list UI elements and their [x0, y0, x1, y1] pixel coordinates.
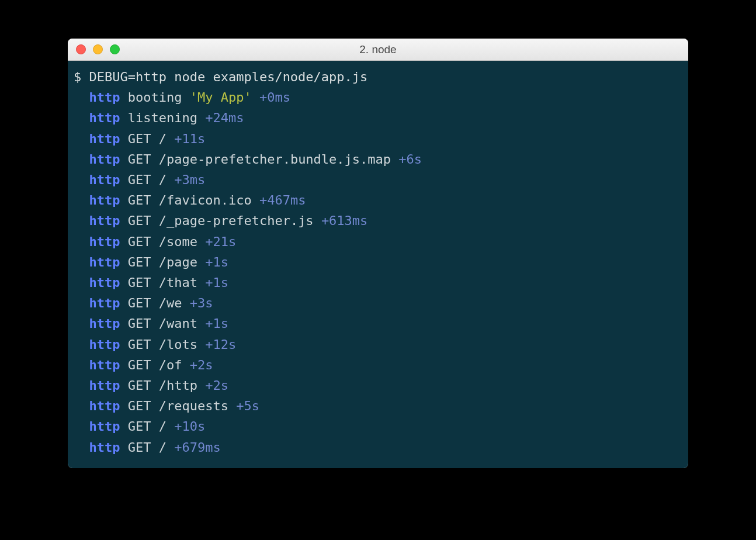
- log-indent: [74, 234, 89, 249]
- log-timing: +12s: [205, 337, 236, 352]
- log-tag: http: [89, 337, 120, 352]
- log-timing: +3s: [190, 296, 213, 310]
- log-line: http GET / +11s: [74, 129, 682, 149]
- log-line: http GET /of +2s: [74, 355, 682, 375]
- log-message: listening: [128, 110, 197, 125]
- log-message: GET /requests: [128, 399, 228, 413]
- log-line: http GET /favicon.ico +467ms: [74, 190, 682, 210]
- log-line: http GET / +679ms: [74, 437, 682, 458]
- log-indent: [74, 378, 89, 393]
- log-indent: [74, 213, 89, 228]
- log-tag: http: [89, 275, 120, 290]
- log-timing: +5s: [236, 399, 259, 413]
- log-line: http booting 'My App' +0ms: [74, 87, 682, 108]
- log-tag: http: [89, 419, 120, 434]
- log-indent: [74, 255, 89, 269]
- log-indent: [74, 316, 89, 331]
- log-indent: [74, 131, 89, 146]
- traffic-lights: [76, 44, 120, 54]
- prompt-line: $ DEBUG=http node examples/node/app.js: [74, 67, 682, 87]
- log-message: GET /: [128, 131, 167, 146]
- log-output: http booting 'My App' +0ms http listenin…: [74, 87, 682, 458]
- log-message: GET /favicon.ico: [128, 193, 252, 207]
- log-timing: +2s: [190, 358, 213, 372]
- log-line: http GET /that +1s: [74, 272, 682, 293]
- minimize-icon[interactable]: [93, 44, 103, 54]
- log-timing: +1s: [205, 275, 228, 290]
- log-tag: http: [89, 440, 120, 455]
- log-indent: [74, 193, 89, 207]
- log-timing: +467ms: [259, 193, 306, 207]
- log-line: http GET /_page-prefetcher.js +613ms: [74, 210, 682, 231]
- log-tag: http: [89, 172, 120, 187]
- log-line: http GET / +3ms: [74, 169, 682, 190]
- log-indent: [74, 358, 89, 372]
- log-timing: +1s: [205, 316, 228, 331]
- log-message: GET /: [128, 419, 167, 434]
- log-indent: [74, 419, 89, 434]
- log-indent: [74, 399, 89, 413]
- log-timing: +6s: [398, 152, 422, 167]
- terminal-window: 2. node $ DEBUG=http node examples/node/…: [68, 39, 688, 468]
- log-tag: http: [89, 399, 120, 413]
- log-line: http GET / +10s: [74, 416, 682, 437]
- log-indent: [74, 275, 89, 290]
- prompt-symbol: $: [74, 70, 81, 84]
- log-indent: [74, 110, 89, 125]
- log-tag: http: [89, 193, 120, 207]
- close-icon[interactable]: [76, 44, 86, 54]
- maximize-icon[interactable]: [110, 44, 120, 54]
- log-timing: +679ms: [174, 440, 220, 455]
- log-timing: +10s: [174, 419, 205, 434]
- log-timing: +0ms: [259, 90, 290, 105]
- log-timing: +11s: [174, 131, 205, 146]
- log-message: GET /: [128, 440, 167, 455]
- log-tag: http: [89, 234, 120, 249]
- log-indent: [74, 152, 89, 167]
- log-line: http GET /page-prefetcher.bundle.js.map …: [74, 149, 682, 169]
- log-line: http listening +24ms: [74, 108, 682, 128]
- log-line: http GET /requests +5s: [74, 396, 682, 416]
- log-tag: http: [89, 296, 120, 310]
- log-line: http GET /lots +12s: [74, 334, 682, 355]
- log-timing: +613ms: [321, 213, 367, 228]
- log-line: http GET /want +1s: [74, 313, 682, 334]
- log-message: GET /want: [128, 316, 197, 331]
- log-string: 'My App': [190, 90, 252, 105]
- log-message: GET /of: [128, 358, 182, 372]
- log-tag: http: [89, 90, 120, 105]
- log-message: GET /_page-prefetcher.js: [128, 213, 314, 228]
- log-message: booting: [128, 90, 190, 105]
- log-message: GET /http: [128, 378, 197, 393]
- log-line: http GET /page +1s: [74, 252, 682, 272]
- log-tag: http: [89, 131, 120, 146]
- log-indent: [74, 296, 89, 310]
- log-message: GET /that: [128, 275, 197, 290]
- window-title: 2. node: [359, 43, 396, 56]
- log-tag: http: [89, 316, 120, 331]
- log-line: http GET /some +21s: [74, 231, 682, 252]
- log-message: GET /page-prefetcher.bundle.js.map: [128, 152, 391, 167]
- log-timing: +3ms: [174, 172, 205, 187]
- log-tag: http: [89, 378, 120, 393]
- log-message: GET /: [128, 172, 167, 187]
- log-timing: +2s: [205, 378, 228, 393]
- log-message: GET /lots: [128, 337, 197, 352]
- log-timing: +21s: [205, 234, 236, 249]
- prompt-command: DEBUG=http node examples/node/app.js: [89, 70, 368, 84]
- log-timing: +1s: [205, 255, 228, 269]
- log-indent: [74, 440, 89, 455]
- log-indent: [74, 172, 89, 187]
- log-indent: [74, 90, 89, 105]
- log-tag: http: [89, 152, 120, 167]
- terminal-body[interactable]: $ DEBUG=http node examples/node/app.js h…: [68, 61, 688, 468]
- log-message: GET /we: [128, 296, 182, 310]
- window-titlebar[interactable]: 2. node: [68, 39, 688, 61]
- log-tag: http: [89, 110, 120, 125]
- log-line: http GET /http +2s: [74, 375, 682, 396]
- log-tag: http: [89, 255, 120, 269]
- log-indent: [74, 337, 89, 352]
- log-timing: +24ms: [205, 110, 244, 125]
- log-message: GET /some: [128, 234, 197, 249]
- log-line: http GET /we +3s: [74, 293, 682, 313]
